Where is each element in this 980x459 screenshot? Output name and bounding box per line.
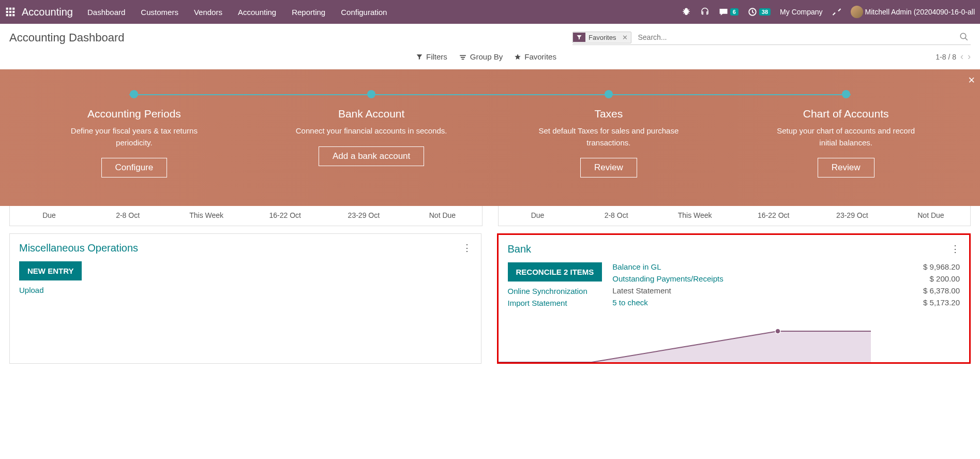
support-icon[interactable]: [700, 7, 710, 17]
systray: 6 38 My Company Mitchell Admin (20204090…: [682, 6, 975, 18]
svg-rect-4: [9, 11, 11, 13]
outstanding-value: $ 200.00: [930, 274, 960, 283]
activities-icon[interactable]: 38: [748, 7, 771, 17]
date-cell: This Week: [167, 211, 246, 219]
search-input[interactable]: [635, 30, 957, 45]
bank-title[interactable]: Bank: [508, 243, 532, 255]
date-cell: 16-22 Oct: [734, 211, 813, 219]
pager-prev[interactable]: ‹: [960, 51, 963, 62]
svg-rect-1: [9, 8, 11, 10]
svg-rect-0: [6, 8, 8, 10]
date-card-right: Due 2-8 Oct This Week 16-22 Oct 23-29 Oc…: [498, 206, 971, 226]
svg-rect-6: [6, 14, 8, 16]
search-icon[interactable]: [957, 32, 971, 43]
svg-rect-7: [9, 14, 11, 16]
debug-icon[interactable]: [682, 7, 691, 17]
activities-badge: 38: [759, 8, 771, 16]
step-dot-icon: [605, 90, 613, 98]
upload-link[interactable]: Upload: [19, 286, 472, 294]
pager-next[interactable]: ›: [968, 51, 971, 62]
online-sync-link[interactable]: Online Synchronization: [508, 287, 602, 295]
kebab-icon[interactable]: ⋮: [951, 243, 960, 255]
onboard-step-taxes: Taxes Set default Taxes for sales and pu…: [490, 90, 728, 177]
bank-chart: [499, 323, 871, 362]
onboard-step-coa: Chart of Accounts Setup your chart of ac…: [727, 90, 964, 177]
user-name: Mitchell Admin (20204090-16-0-all: [865, 8, 975, 16]
svg-rect-5: [12, 11, 14, 13]
apps-icon[interactable]: [5, 7, 16, 17]
step-dot-icon: [842, 90, 850, 98]
bank-row: Balance in GL$ 9,968.20: [612, 262, 960, 271]
company-switcher[interactable]: My Company: [780, 8, 822, 16]
date-card-left: Due 2-8 Oct This Week 16-22 Oct 23-29 Oc…: [9, 206, 483, 226]
svg-point-11: [775, 329, 780, 334]
date-cell: Due: [10, 211, 88, 219]
kebab-icon[interactable]: ⋮: [462, 242, 472, 254]
menu-dashboard[interactable]: Dashboard: [87, 8, 125, 17]
reconcile-button[interactable]: RECONCILE 2 ITEMS: [508, 262, 602, 282]
funnel-icon: [573, 33, 585, 42]
bank-card: Bank ⋮ RECONCILE 2 ITEMS Online Synchron…: [497, 233, 971, 364]
control-panel: Accounting Dashboard Favorites ✕ Filters…: [0, 24, 980, 62]
new-entry-button[interactable]: NEW ENTRY: [19, 261, 82, 280]
date-cell: 23-29 Oct: [813, 211, 892, 219]
menu-reporting[interactable]: Reporting: [292, 8, 325, 17]
search-bar[interactable]: Favorites ✕: [572, 30, 971, 45]
onboard-step-periods: Accounting Periods Define your fiscal ye…: [16, 90, 253, 177]
pager-value[interactable]: 1-8 / 8: [936, 53, 956, 61]
misc-operations-card: Miscellaneous Operations ⋮ NEW ENTRY Upl…: [9, 233, 481, 364]
misc-title[interactable]: Miscellaneous Operations: [19, 242, 138, 254]
facet-label: Favorites: [585, 32, 619, 43]
latest-stmt-label: Latest Statement: [612, 286, 671, 295]
date-cell: Due: [499, 211, 577, 219]
balance-gl-label[interactable]: Balance in GL: [612, 262, 661, 271]
date-cell: Not Due: [403, 211, 481, 219]
to-check-label[interactable]: 5 to check: [612, 298, 647, 307]
configure-button[interactable]: Configure: [101, 158, 168, 177]
review-coa-button[interactable]: Review: [818, 158, 875, 177]
main-menu: Dashboard Customers Vendors Accounting R…: [87, 8, 682, 17]
svg-rect-2: [12, 8, 14, 10]
messages-icon[interactable]: 6: [719, 7, 738, 17]
app-name[interactable]: Accounting: [22, 6, 73, 18]
step-dot-icon: [367, 90, 375, 98]
avatar: [851, 6, 863, 18]
to-check-value: $ 5,173.20: [923, 298, 960, 307]
outstanding-label[interactable]: Outstanding Payments/Receipts: [612, 274, 723, 283]
bank-row: 5 to check$ 5,173.20: [612, 298, 960, 307]
menu-configuration[interactable]: Configuration: [341, 8, 387, 17]
close-icon[interactable]: ×: [968, 73, 975, 87]
menu-accounting[interactable]: Accounting: [238, 8, 276, 17]
date-cell: 16-22 Oct: [246, 211, 324, 219]
facet-remove[interactable]: ✕: [619, 34, 631, 41]
user-menu[interactable]: Mitchell Admin (20204090-16-0-all: [851, 6, 975, 18]
search-facet: Favorites ✕: [572, 32, 631, 43]
latest-stmt-value: $ 6,378.00: [923, 286, 960, 295]
groupby-button[interactable]: Group By: [459, 52, 503, 61]
date-cell: 23-29 Oct: [324, 211, 403, 219]
favorites-button[interactable]: Favorites: [514, 52, 556, 61]
menu-customers[interactable]: Customers: [141, 8, 178, 17]
date-cell: 2-8 Oct: [88, 211, 167, 219]
date-cell: Not Due: [892, 211, 970, 219]
onboard-step-bank: Bank Account Connect your financial acco…: [253, 90, 490, 177]
filters-button[interactable]: Filters: [416, 52, 447, 61]
review-taxes-button[interactable]: Review: [580, 158, 637, 177]
date-cell: 2-8 Oct: [577, 211, 656, 219]
svg-rect-3: [6, 11, 8, 13]
add-bank-button[interactable]: Add a bank account: [319, 146, 424, 166]
bank-row: Outstanding Payments/Receipts$ 200.00: [612, 274, 960, 283]
svg-point-10: [960, 33, 966, 39]
date-cell: This Week: [656, 211, 734, 219]
top-nav: Accounting Dashboard Customers Vendors A…: [0, 0, 980, 24]
tools-icon[interactable]: [832, 7, 841, 17]
import-statement-link[interactable]: Import Statement: [508, 299, 602, 307]
menu-vendors[interactable]: Vendors: [194, 8, 222, 17]
onboarding-banner: × Accounting Periods Define your fiscal …: [0, 69, 980, 206]
date-row: Due 2-8 Oct This Week 16-22 Oct 23-29 Oc…: [0, 206, 980, 226]
step-dot-icon: [130, 90, 138, 98]
bank-row: Latest Statement$ 6,378.00: [612, 286, 960, 295]
kanban-row: Miscellaneous Operations ⋮ NEW ENTRY Upl…: [0, 226, 980, 371]
pager: 1-8 / 8 ‹ ›: [936, 51, 971, 62]
balance-gl-value: $ 9,968.20: [923, 262, 960, 271]
